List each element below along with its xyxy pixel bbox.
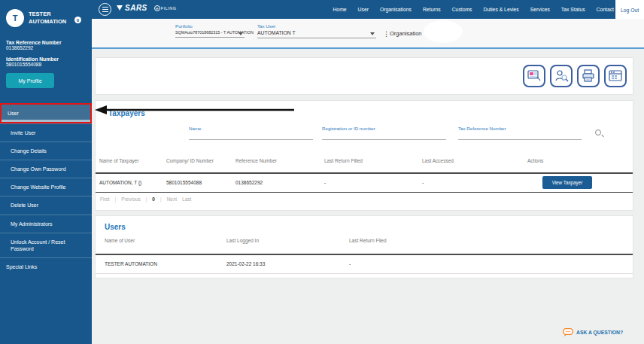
sidebar-item-my-administrators[interactable]: My Administrators — [0, 215, 92, 233]
profile-lookup-icon[interactable] — [550, 65, 573, 87]
chat-icon — [563, 328, 573, 336]
efiling-app: T TESTER AUTOMATION 0 Tax Reference Numb… — [0, 0, 644, 344]
taxpayer-company-id: 5801015554088 — [166, 180, 235, 185]
portfolio-band: Portfolio SQMAuto787018682315 - T AUTOMA… — [92, 19, 644, 49]
pagination-separator: | — [146, 196, 147, 202]
efiling-e-icon: e — [154, 5, 160, 11]
sidebar-item-change-own-password[interactable]: Change Own Password — [0, 160, 92, 178]
identification-value: 5801015554088 — [6, 62, 41, 67]
tab-organisation[interactable]: Organisation — [390, 30, 422, 37]
user-row-last-return: - — [349, 261, 633, 266]
nav-duties-levies[interactable]: Duties & Levies — [484, 7, 519, 12]
taxref-search-field[interactable]: Tax Reference Number — [458, 126, 582, 140]
col-last-return-filled: Last Return Filled — [324, 155, 422, 169]
taxuser-label: Tax User — [257, 23, 376, 29]
sidebar: T TESTER AUTOMATION 0 Tax Reference Numb… — [0, 0, 92, 344]
identification-label: Identification Number — [6, 56, 89, 62]
quick-actions-card — [95, 57, 633, 95]
pagination-last[interactable]: Last — [182, 196, 191, 202]
nav-services[interactable]: Services — [530, 7, 550, 12]
sidebar-item-invite-user[interactable]: Invite User — [0, 123, 92, 142]
users-table-header: Name of User Last Logged In Last Return … — [96, 238, 633, 243]
tax-reference-label: Tax Reference Number — [6, 40, 89, 45]
identification-block: Identification Number 5801015554088 — [6, 56, 89, 67]
registration-search-label: Registration or ID number — [322, 126, 446, 131]
calculator-icon[interactable] — [604, 65, 627, 87]
sidebar-item-unlock-account[interactable]: Unlock Account / Reset Password — [0, 233, 92, 257]
view-taxpayer-button[interactable]: View Taxpayer — [542, 176, 592, 189]
users-title: Users — [105, 223, 126, 231]
kebab-icon[interactable]: ⋮ — [383, 30, 390, 38]
taxpayers-section: Taxpayers Name Registration or ID number… — [95, 100, 633, 211]
registration-search-field[interactable]: Registration or ID number — [322, 126, 446, 140]
sidebar-item-change-website-profile[interactable]: Change Website Profile — [0, 178, 92, 196]
col-name-of-user: Name of User — [105, 238, 226, 243]
col-last-accessed: Last Accessed — [422, 155, 527, 169]
sidebar-item-change-details[interactable]: Change Details — [0, 142, 92, 160]
notification-badge[interactable]: 0 — [74, 17, 81, 23]
nav-returns[interactable]: Returns — [423, 7, 441, 12]
nav-customs[interactable]: Customs — [452, 7, 472, 12]
sidebar-item-user[interactable]: User — [0, 103, 92, 123]
taxuser-value[interactable]: AUTOMATION T — [257, 30, 376, 38]
sars-logo-icon — [117, 5, 123, 11]
users-section: Users Name of User Last Logged In Last R… — [95, 215, 633, 279]
sidebar-item-special-links[interactable]: Special Links — [0, 257, 92, 276]
pagination-current-page: 0 — [152, 196, 155, 202]
statement-icon[interactable] — [523, 65, 545, 87]
taxuser-select[interactable]: Tax User AUTOMATION T — [257, 23, 376, 38]
sars-brand-text: SARS — [125, 4, 147, 12]
chevron-down-icon — [370, 32, 375, 35]
taxpayers-title: Taxpayers — [108, 109, 145, 117]
pagination-separator: | — [160, 196, 162, 202]
user-row-last-logged-in: 2021-02-22 16:33 — [226, 261, 349, 266]
col-company-id: Company/ ID Number — [166, 155, 235, 169]
col-name-of-taxpayer: Name of Taxpayer — [99, 155, 166, 169]
taxpayer-last-accessed: - — [422, 180, 527, 185]
pagination-first[interactable]: First — [100, 196, 110, 202]
sars-logo: SARS e FILING — [117, 4, 177, 12]
col-actions: Actions — [527, 155, 633, 169]
taxpayer-reference: 0138652292 — [235, 180, 324, 185]
efiling-text: FILING — [161, 6, 177, 11]
portfolio-label: Portfolio — [175, 23, 245, 29]
menu-icon[interactable] — [99, 3, 111, 16]
pagination-separator: | — [115, 196, 117, 202]
pagination: First | Previous | 0 | Next Last — [100, 196, 191, 202]
user-row-name: TESTER AUTOMATION — [105, 261, 226, 266]
sidebar-menu: User Invite User Change Details Change O… — [0, 103, 92, 276]
tax-reference-value: 0138652292 — [6, 45, 33, 50]
pagination-previous[interactable]: Previous — [121, 196, 140, 202]
portfolio-select[interactable]: Portfolio SQMAuto787018682315 - T AUTOMA… — [175, 23, 245, 38]
search-icon[interactable] — [594, 129, 605, 139]
ask-a-question-label: ASK A QUESTION? — [576, 330, 623, 335]
col-last-logged-in: Last Logged In — [226, 238, 349, 243]
sidebar-item-delete-user[interactable]: Delete User — [0, 196, 92, 214]
top-navigation-bar: SARS e FILING Home User Organisations Re… — [92, 0, 644, 19]
highlight-blob — [424, 20, 463, 43]
name-search-label: Name — [189, 126, 313, 131]
taxpayer-last-return: - — [324, 180, 422, 185]
logout-button[interactable]: Log Out — [615, 0, 644, 20]
nav-user[interactable]: User — [358, 7, 369, 12]
taxpayer-name: AUTOMATION, T () — [99, 180, 166, 185]
print-icon[interactable] — [577, 65, 600, 87]
nav-organisations[interactable]: Organisations — [380, 7, 412, 12]
pagination-next[interactable]: Next — [167, 196, 177, 202]
my-profile-button[interactable]: My Profile — [6, 73, 54, 88]
avatar: T — [6, 9, 24, 27]
name-search-field[interactable]: Name — [189, 126, 313, 140]
taxpayers-table-header: Name of Taxpayer Company/ ID Number Refe… — [96, 155, 633, 169]
nav-home[interactable]: Home — [333, 7, 346, 12]
main-nav: Home User Organisations Returns Customs … — [333, 0, 614, 19]
nav-tax-status[interactable]: Tax Status — [561, 7, 585, 12]
col-last-return-filed: Last Return Filed — [349, 238, 633, 243]
table-row: TESTER AUTOMATION 2021-02-22 16:33 - — [96, 254, 633, 274]
portfolio-value[interactable]: SQMAuto787018682315 - T AUTOMATION — [175, 30, 245, 38]
col-reference-number: Reference Number — [235, 155, 324, 169]
table-row: AUTOMATION, T () 5801015554088 013865229… — [96, 173, 633, 193]
ask-a-question-button[interactable]: ASK A QUESTION? — [563, 328, 623, 336]
nav-contact[interactable]: Contact — [597, 7, 614, 12]
user-name: TESTER AUTOMATION — [29, 11, 72, 26]
tax-reference-block: Tax Reference Number 0138652292 — [6, 40, 89, 50]
